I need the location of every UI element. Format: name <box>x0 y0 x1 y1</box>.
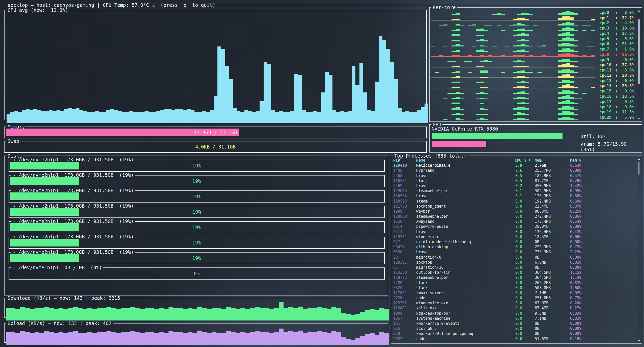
sparkline-bar <box>517 97 521 99</box>
process-row[interactable]: 121783socktop_agent0.022.4MB0.07% <box>393 204 635 209</box>
process-row[interactable]: 129401xalia.exe0.087.4MB0.27% <box>393 306 635 311</box>
process-row[interactable]: 129418RelicCardinal.e3.92.7GB8.53% <box>393 163 635 168</box>
process-row[interactable]: 5280slack0.0265.2MB0.83% <box>393 280 635 285</box>
core-name: cpu5 <box>599 36 613 41</box>
process-row[interactable]: 5568brave0.5182.9MB0.57% <box>393 173 635 178</box>
process-row[interactable]: 130581slurp0.581.7MB0.26% <box>393 178 635 183</box>
process-pid: 319 <box>393 331 416 336</box>
sparkline-bar <box>480 61 484 62</box>
scrollbar-thumb[interactable] <box>638 19 640 84</box>
process-name: brave <box>416 183 515 188</box>
upload-panel-title: Upload (KB/s) — now: 133 | peak: 402 <box>6 320 113 326</box>
chart-bar <box>30 309 35 320</box>
core-trend-icon: ↓ <box>613 31 620 36</box>
process-row[interactable]: 114330outlook-for-lin0.0364.5MB1.15% <box>393 270 635 275</box>
process-row[interactable]: 2726code0.0251.8MB0.79% <box>393 295 635 301</box>
chart-bar <box>398 108 402 123</box>
scrollbar-thumb[interactable] <box>638 162 639 175</box>
process-row[interactable]: 67migration/160.00B0.00% <box>393 265 635 270</box>
process-row[interactable]: 5690brave0.0730.3MB2.29% <box>393 250 635 255</box>
process-row[interactable]: 5320slack0.0508.8MB1.60% <box>393 285 635 290</box>
per-core-sparkline <box>431 84 595 88</box>
core-trend-icon: ↓ <box>613 89 620 94</box>
process-row[interactable]: 20migration/00.00B0.00% <box>393 255 635 260</box>
scroll-up-icon[interactable]: ▲ <box>637 8 641 12</box>
scroll-up-icon[interactable]: ▲ <box>637 157 641 161</box>
process-row[interactable]: 1057systemd-machine0.07.1MB0.02% <box>393 316 635 321</box>
process-row[interactable]: 129362winedevice.exe0.063.0MB0.20% <box>393 301 635 306</box>
core-usage-value: 30.8% <box>620 73 634 78</box>
sparkline-bar <box>517 45 521 47</box>
process-row[interactable]: 5469brave0.2450.9MB1.42% <box>393 183 635 188</box>
scrollbar-track[interactable] <box>639 162 639 337</box>
process-row[interactable]: 128800steamwebhelper0.0272.4MB0.86% <box>393 214 635 219</box>
sparkline-bar <box>517 50 521 52</box>
chart-bar <box>233 108 237 123</box>
process-mem-percent: 0.00% <box>570 331 635 336</box>
chart-bar <box>150 332 154 345</box>
chart-bar <box>54 333 59 345</box>
sparkline-bar <box>521 97 525 99</box>
column-name[interactable]: Name <box>416 158 515 163</box>
chart-bar <box>250 308 255 320</box>
process-cpu-percent: 0.0 <box>515 331 535 336</box>
process-row[interactable]: 319kworker/29:1-mm_percpu_wq0.00B0.00% <box>393 331 635 336</box>
chart-bar <box>248 111 252 123</box>
process-row[interactable]: 1989waybar0.080.3MB0.25% <box>393 209 635 214</box>
chart-bar <box>207 309 212 320</box>
sparkline-bar <box>456 55 460 57</box>
per-core-row: cpu13↓0.0% <box>431 78 634 83</box>
column-cpu[interactable]: CPU % • <box>515 158 535 163</box>
core-name: cpu15 <box>599 89 613 94</box>
per-core-scrollbar[interactable]: ▲ ▼ <box>637 8 641 120</box>
column-mem-percent[interactable]: Mem % <box>570 158 635 163</box>
process-row[interactable]: 128391socktop0.06.8MB0.02% <box>393 260 635 265</box>
process-row[interactable]: 1909xdg-desktop-por0.09.3MB0.03% <box>393 311 635 316</box>
column-mem[interactable]: Mem <box>535 158 570 163</box>
chart-bar <box>355 85 359 123</box>
process-row[interactable]: 377nvidia-modeset/kthread_q0.00B0.00% <box>393 239 635 244</box>
chart-bar <box>183 333 188 345</box>
process-row[interactable]: 99427github-desktop0.0229.3MB0.72% <box>393 244 635 250</box>
column-pid[interactable]: PID <box>393 158 416 163</box>
process-row[interactable]: 265scsi_eh_50.00B0.00% <box>393 326 635 331</box>
process-row[interactable]: 131kworker/26:0-events0.00B0.00% <box>393 321 635 326</box>
per-core-row: cpu16↑13.5% <box>431 94 634 99</box>
chart-bar <box>49 110 52 123</box>
scroll-down-icon[interactable]: ▼ <box>637 338 641 342</box>
process-mem-percent: 1.60% <box>570 285 635 290</box>
process-row[interactable]: 128595steam0.0192.4MB0.60% <box>393 199 635 204</box>
process-row[interactable]: 2683code0.051.6MB0.16% <box>393 336 635 341</box>
process-pid: 114330 <box>393 270 416 275</box>
chart-bar <box>264 62 267 123</box>
per-core-sparkline <box>431 58 595 62</box>
process-row[interactable]: 127661tmux: server0.07.1MB0.02% <box>393 290 635 295</box>
process-row[interactable]: 2014pipewire-pulse0.028.0MB0.09% <box>393 224 635 229</box>
process-row[interactable]: 1620Xwayland0.0173.4MB0.54% <box>393 219 635 224</box>
core-usage-value: 37.3% <box>620 62 634 67</box>
sparkline-bar <box>558 13 562 15</box>
process-scrollbar[interactable]: ▲ ▼ <box>637 157 641 342</box>
chart-bar <box>92 333 97 345</box>
scroll-down-icon[interactable]: ▼ <box>637 116 641 120</box>
sparkline-bar <box>521 44 525 46</box>
chart-bar <box>102 332 106 345</box>
process-row[interactable]: 5511brave0.0136.4MB0.43% <box>393 229 635 234</box>
chart-bar <box>303 309 307 320</box>
core-usage-value: 0.0% <box>620 57 634 62</box>
process-name: waybar <box>416 209 515 214</box>
process-table-header: PID Name CPU % • Mem Mem % <box>393 158 635 163</box>
process-row[interactable]: 128772steamwebhelper0.0364.5MB1.14% <box>393 275 635 280</box>
per-core-label: cpu9--0.0% <box>599 57 634 62</box>
process-row[interactable]: 130584brave0.1120.3MB0.38% <box>393 193 635 199</box>
process-row[interactable]: 129331wineserver0.018.5MB0.06% <box>393 234 635 239</box>
process-row[interactable]: 1408Hyprland0.6255.7MB0.80% <box>393 168 635 173</box>
chart-bar <box>336 112 340 123</box>
sparkline-bar <box>570 70 574 73</box>
chart-bar <box>192 333 197 345</box>
per-core-list: cpu0↑8.0%cpu1↓32.7%cpu2↓4.0%cpu3↑19.6%cp… <box>431 10 634 120</box>
chart-bar <box>210 110 214 123</box>
chart-bar <box>317 112 321 123</box>
process-row[interactable]: 129073steamwebhelper0.1302.9MB0.95% <box>393 188 635 193</box>
sparkline-bar <box>517 86 521 88</box>
